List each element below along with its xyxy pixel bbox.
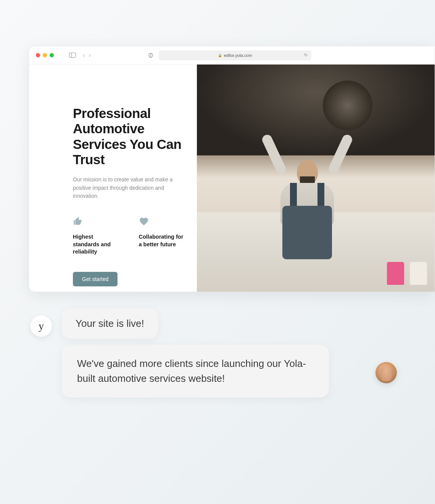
nav-arrows: ‹ ›: [83, 52, 91, 59]
hero-headline: Professional Automotive Services You Can…: [73, 106, 185, 167]
chat-message-text: Your site is live!: [76, 318, 144, 329]
browser-chrome: ‹ › 🔒 editor.yola.com ↻: [29, 46, 435, 65]
back-button[interactable]: ‹: [83, 52, 85, 59]
window-controls: [36, 53, 54, 57]
hero-image: [197, 65, 435, 292]
feature-label: Highest standards and reliability: [73, 233, 120, 256]
privacy-shield-icon[interactable]: [148, 53, 153, 58]
maximize-window-button[interactable]: [50, 53, 54, 57]
features-row: Highest standards and reliability Collab…: [73, 216, 185, 256]
minimize-window-button[interactable]: [43, 53, 47, 57]
heart-icon: [139, 216, 149, 226]
sidebar-toggle-icon[interactable]: [69, 53, 76, 58]
feature-item: Collaborating for a better future: [139, 216, 186, 256]
hero-left-column: Professional Automotive Services You Can…: [29, 65, 197, 292]
chat-message-text: We've gained more clients since launchin…: [77, 358, 306, 384]
thumbs-up-icon: [73, 216, 83, 226]
feature-item: Highest standards and reliability: [73, 216, 120, 256]
feature-label: Collaborating for a better future: [139, 233, 186, 248]
yola-avatar-glyph: y: [39, 320, 44, 332]
hero-subtext: Our mission is to create value and make …: [73, 176, 185, 200]
chat-bubble-system: Your site is live!: [62, 309, 158, 339]
url-bar[interactable]: 🔒 editor.yola.com ↻: [159, 50, 311, 60]
get-started-button[interactable]: Get started: [73, 272, 118, 286]
user-avatar: [375, 362, 397, 383]
page-content: Professional Automotive Services You Can…: [29, 65, 435, 292]
close-window-button[interactable]: [36, 53, 40, 57]
forward-button[interactable]: ›: [89, 52, 90, 59]
refresh-icon[interactable]: ↻: [304, 53, 308, 58]
yola-avatar: y: [31, 315, 52, 337]
chat-area: y Your site is live! We've gained more c…: [31, 309, 412, 397]
url-text: editor.yola.com: [224, 53, 252, 58]
mechanic-illustration: [197, 65, 435, 292]
lock-icon: 🔒: [218, 53, 222, 57]
chat-bubble-user: We've gained more clients since launchin…: [62, 345, 329, 397]
browser-window: ‹ › 🔒 editor.yola.com ↻ Professional Aut…: [29, 46, 435, 292]
